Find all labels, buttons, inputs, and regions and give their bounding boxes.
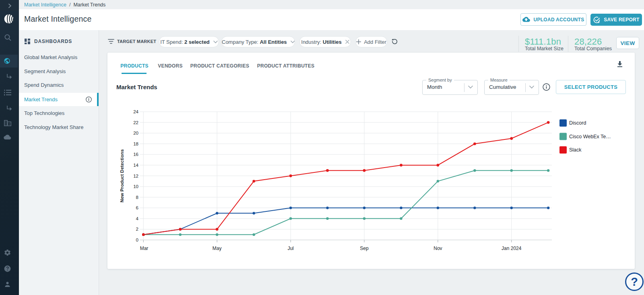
svg-text:Jan 2024: Jan 2024	[502, 246, 522, 251]
svg-text:Jul: Jul	[287, 246, 293, 251]
svg-text:24: 24	[133, 109, 138, 114]
svg-text:Mar: Mar	[140, 246, 149, 251]
svg-text:12: 12	[133, 174, 138, 178]
svg-text:4: 4	[136, 216, 139, 221]
svg-text:0: 0	[136, 238, 138, 242]
svg-text:Cisco WebEx Te…: Cisco WebEx Te…	[569, 134, 611, 139]
svg-text:2: 2	[136, 227, 138, 231]
svg-text:22: 22	[133, 120, 138, 125]
svg-text:14: 14	[133, 163, 138, 168]
svg-text:8: 8	[136, 195, 138, 200]
svg-text:6: 6	[136, 205, 138, 210]
svg-text:20: 20	[133, 131, 138, 135]
svg-text:May: May	[213, 246, 222, 251]
svg-text:New Product Detections: New Product Detections	[120, 149, 124, 202]
svg-text:Nov: Nov	[433, 246, 442, 251]
svg-text:Sep: Sep	[360, 246, 369, 251]
svg-text:10: 10	[133, 184, 138, 189]
svg-text:18: 18	[133, 141, 138, 146]
svg-text:Slack: Slack	[569, 147, 582, 153]
svg-text:16: 16	[133, 152, 138, 157]
svg-text:Discord: Discord	[569, 120, 586, 126]
